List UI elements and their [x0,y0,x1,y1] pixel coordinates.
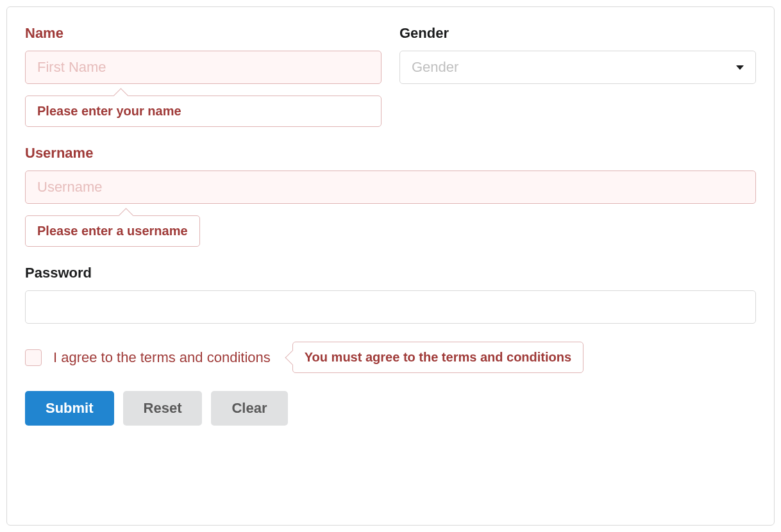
reset-button[interactable]: Reset [123,391,203,426]
terms-label[interactable]: I agree to the terms and conditions [53,349,271,366]
terms-error-tooltip: You must agree to the terms and conditio… [292,342,584,373]
gender-placeholder: Gender [412,59,458,76]
row-name-gender: Name Please enter your name Gender Gende… [25,25,756,127]
terms-checkbox-group: I agree to the terms and conditions [25,349,271,366]
username-field-group: Username Please enter a username [25,145,756,247]
name-label: Name [25,25,382,42]
username-input[interactable] [25,170,756,204]
clear-button[interactable]: Clear [211,391,287,426]
name-error-tooltip: Please enter your name [25,96,382,127]
username-label: Username [25,145,756,162]
name-field-group: Name Please enter your name [25,25,382,127]
name-input[interactable] [25,51,382,84]
username-error-tooltip: Please enter a username [25,215,200,247]
chevron-down-icon [736,65,744,70]
submit-button[interactable]: Submit [25,391,114,426]
gender-select[interactable]: Gender [399,51,756,84]
password-label: Password [25,265,756,281]
form-container: Name Please enter your name Gender Gende… [6,6,775,526]
terms-row: I agree to the terms and conditions You … [25,342,756,373]
gender-field-group: Gender Gender [399,25,756,127]
gender-label: Gender [399,25,756,42]
button-row: Submit Reset Clear [25,391,756,426]
password-input[interactable] [25,290,756,324]
password-field-group: Password [25,265,756,324]
terms-checkbox[interactable] [25,349,42,366]
